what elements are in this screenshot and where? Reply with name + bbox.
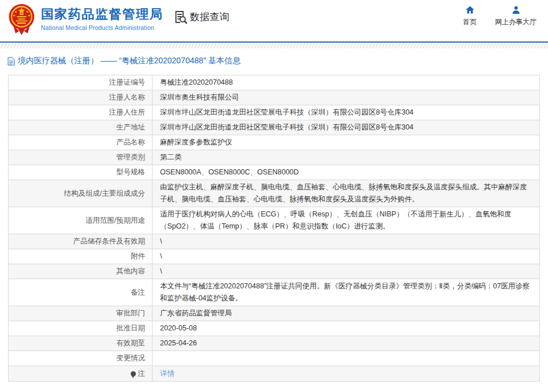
row-value: 粤械注准20202070488 (153, 75, 539, 90)
nav-service-hall[interactable]: 网上办事大厅 (495, 5, 536, 27)
row-value: \ (153, 249, 539, 264)
row-value: 2020-05-08 (153, 321, 539, 336)
row-value: 适用于医疗机构对病人的心电（ECG）、呼吸（Resp）、无创血压（NIBP）（不… (153, 207, 539, 234)
table-row: 审批部门广东省药品监督管理局 (9, 306, 539, 321)
table-row: 结构及组成/主要组成成分由监护仪主机、麻醉深度子机、脑电电缆、血压袖套、心电电缆… (9, 180, 539, 207)
data-query-section[interactable]: 数据查询 (173, 9, 229, 25)
row-value: 广东省药品监督管理局 (153, 306, 539, 321)
row-label: 适用范围/预期用途 (9, 207, 153, 234)
row-label: 附件 (9, 249, 153, 264)
table-row: 产品名称麻醉深度多参数监护仪 (9, 135, 539, 150)
detail-link[interactable]: 详情 (160, 368, 174, 380)
org-name-zh: 国家药品监督管理局 (41, 6, 163, 23)
nav-home-label: 首页 (463, 17, 477, 27)
row-value: 麻醉深度多参数监护仪 (153, 135, 539, 150)
brand[interactable]: 国家药品监督管理局 National Medical Products Admi… (7, 3, 163, 36)
row-value: 由监护仪主机、麻醉深度子机、脑电电缆、血压袖套、心电电缆、脉搏氧饱和度探头及温度… (153, 180, 539, 207)
table-row: 注册证编号粤械注准20202070488 (9, 75, 539, 90)
row-label: 管理类别 (9, 150, 153, 165)
row-label: 备注 (9, 279, 153, 306)
row-label: 结构及组成/主要组成成分 (9, 180, 153, 207)
data-query-label: 数据查询 (190, 10, 229, 24)
table-row: 附件\ (9, 249, 539, 264)
row-value: 详情 (153, 366, 539, 381)
table-row: 批准日期2020-05-08 (9, 321, 539, 336)
row-value (153, 351, 539, 366)
table-row: 适用范围/预期用途适用于医疗机构对病人的心电（ECG）、呼吸（Resp）、无创血… (9, 207, 539, 234)
nav-home[interactable]: 首页 (463, 5, 477, 27)
org-name-en: National Medical Products Administration (41, 25, 163, 31)
row-label: 生产地址 (9, 120, 153, 135)
home-icon (465, 5, 475, 15)
row-label: 注册人住所 (9, 105, 153, 120)
row-value: 本文件与“粤械注准20202070488”注册证共同使用。新《医疗器械分类目录》… (153, 279, 539, 306)
person-icon (511, 5, 521, 15)
row-label: 有效期至 (9, 336, 153, 351)
row-value: 深圳市坪山区龙田街道龙田社区莹展电子科技（深圳）有限公司园区8号仓库304 (153, 105, 539, 120)
page: 国家药品监督管理局 National Medical Products Admi… (0, 0, 548, 392)
page-title-bar: 境内医疗器械（注册） —— “粤械注准20202070488” 基本信息 (7, 56, 241, 66)
row-value: \ (153, 234, 539, 249)
document-search-icon (173, 9, 188, 25)
site-header: 国家药品监督管理局 National Medical Products Admi… (0, 0, 548, 41)
note-balloon-icon (131, 371, 136, 376)
row-label: 批准日期 (9, 321, 153, 336)
row-value: 深圳市坪山区龙田街道龙田社区莹展电子科技（深圳）有限公司园区8号仓库304 (153, 120, 539, 135)
row-label: 产品名称 (9, 135, 153, 150)
table-row: 注详情 (9, 366, 539, 381)
org-names: 国家药品监督管理局 National Medical Products Admi… (41, 3, 163, 31)
table-row: 生产地址深圳市坪山区龙田街道龙田社区莹展电子科技（深圳）有限公司园区8号仓库30… (9, 120, 539, 135)
row-label: 注 (9, 366, 153, 381)
nmpa-emblem-logo (7, 3, 36, 36)
row-label: 注册证编号 (9, 75, 153, 90)
page-title: 境内医疗器械（注册） —— “粤械注准20202070488” 基本信息 (18, 56, 241, 66)
table-row: 有效期至2025-04-26 (9, 336, 539, 351)
row-label: 审批部门 (9, 306, 153, 321)
table-row: 注册人名称深圳市奥生科技有限公司 (9, 90, 539, 105)
table-row: 变更情况 (9, 351, 539, 366)
table-row: 备注本文件与“粤械注准20202070488”注册证共同使用。新《医疗器械分类目… (9, 279, 539, 306)
table-row: 注册人住所深圳市坪山区龙田街道龙田社区莹展电子科技（深圳）有限公司园区8号仓库3… (9, 105, 539, 120)
table-row: 产品储存条件及有效期\ (9, 234, 539, 249)
stripe-band (0, 43, 548, 48)
row-label: 注册人名称 (9, 90, 153, 105)
row-label: 产品储存条件及有效期 (9, 234, 153, 249)
row-value: 深圳市奥生科技有限公司 (153, 90, 539, 105)
row-label: 其他内容 (9, 264, 153, 279)
nav-service-hall-label: 网上办事大厅 (495, 17, 536, 27)
table-row: 型号规格OSEN8000A、OSEN8000C、OSEN8000D (9, 165, 539, 180)
top-nav: 首页 网上办事大厅 (463, 5, 536, 27)
row-value: 第二类 (153, 150, 539, 165)
row-label: 变更情况 (9, 351, 153, 366)
row-value: OSEN8000A、OSEN8000C、OSEN8000D (153, 165, 539, 180)
table-row: 其他内容\ (9, 264, 539, 279)
row-value: 2025-04-26 (153, 336, 539, 351)
document-icon (7, 57, 15, 66)
row-label: 型号规格 (9, 165, 153, 180)
table-row: 管理类别第二类 (9, 150, 539, 165)
info-table: 注册证编号粤械注准20202070488注册人名称深圳市奥生科技有限公司注册人住… (8, 75, 540, 382)
row-value: \ (153, 264, 539, 279)
